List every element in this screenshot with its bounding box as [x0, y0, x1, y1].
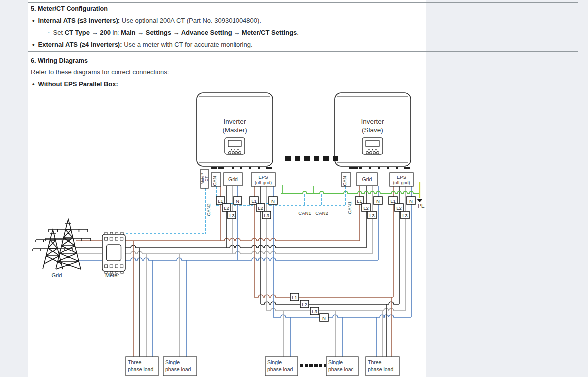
power-bus [267, 308, 405, 311]
bullet-external-ats-text: Use a meter with CT for accurate monitor… [122, 41, 253, 48]
wire-label-text: N [409, 198, 413, 204]
connector-mark [359, 167, 362, 169]
document-page: { "page": { "bg": "#edeff3", "card_bg": … [0, 0, 588, 377]
can-port-label: CAN2 [315, 210, 328, 216]
load-label: Three- [128, 359, 143, 365]
wire-label: L3 [228, 211, 236, 219]
meter-body [102, 234, 125, 271]
load-label: phase load [128, 366, 154, 372]
sub-bullet-ct-type-bold: CT Type → 200 [65, 29, 111, 36]
connector-mark [249, 167, 251, 169]
port-box: EPS(off-grid) [390, 173, 413, 186]
wire-label: L1 [216, 197, 225, 204]
inverter-screen [366, 140, 379, 147]
connector-mark [404, 167, 410, 169]
port-label: (off-grid) [255, 180, 272, 185]
connector-mark [218, 167, 221, 169]
wire-label: L3 [310, 307, 319, 315]
bullet-marker: • [32, 17, 35, 24]
inverter-role: (Master) [222, 126, 247, 134]
earth-ground-icon [417, 199, 423, 202]
port-label: Grid [362, 176, 372, 182]
wire-label: L1 [355, 197, 364, 204]
load-box: Three-phase load [366, 357, 399, 376]
bullet-marker: • [32, 41, 35, 48]
load-label: Three- [368, 359, 383, 365]
dot [314, 156, 319, 161]
port-label: EPS [397, 174, 406, 180]
bullet-internal-ats-bold: Internal ATS (≤3 inverters): [38, 17, 120, 24]
load-label: phase load [328, 366, 354, 372]
wire-label-text: L2 [224, 205, 229, 211]
wire-label-text: L1 [218, 198, 223, 204]
wire-label-text: N [271, 198, 275, 204]
grid-label: Grid [52, 272, 62, 278]
wire-label-text: L3 [229, 213, 235, 218]
load-label: phase load [267, 366, 293, 372]
wire-label-text: N [376, 198, 380, 204]
bullet-external-ats: •External ATS (≥4 inverters): Use a mete… [32, 41, 253, 48]
inverter-name: Inverter [361, 118, 384, 125]
wire-label: N [374, 197, 382, 204]
load-box: Three-phase load [126, 357, 158, 376]
power-bus [125, 251, 372, 254]
meter-box [102, 232, 125, 273]
display-button [229, 152, 231, 154]
connector-mark [211, 167, 214, 169]
meter-label: Meter [105, 272, 119, 278]
display-dot [231, 149, 232, 151]
sub-bullet-marker: ◦ [48, 29, 50, 36]
sub-bullet-end: . [297, 29, 299, 36]
wire-label: L3 [401, 211, 409, 219]
port-box: CAN [211, 173, 221, 186]
load-label: phase load [368, 366, 394, 372]
connector-mark [378, 167, 380, 169]
bullet-without-eps-bold: Without EPS Parallel Box: [38, 80, 118, 88]
dot [319, 364, 322, 367]
connector-mark [221, 167, 224, 169]
inverter-box: Inverter(Master) [197, 93, 273, 169]
dot [309, 364, 313, 367]
sub-bullet-mid: in: [111, 29, 121, 36]
load-box: Single-phase load [265, 357, 298, 376]
wire-label-text: L2 [396, 205, 402, 211]
dot [314, 364, 318, 367]
wire-label: L1 [250, 197, 258, 204]
pe-label: PE [418, 203, 425, 209]
section-6-intro: Refer to these diagrams for correct conn… [31, 69, 169, 76]
connector-mark [214, 167, 217, 169]
grid-towers-icon [33, 219, 91, 269]
display-dot [375, 149, 377, 151]
divider-top [28, 2, 578, 3]
section-5-heading: 5. Meter/CT Configuration [31, 5, 108, 12]
can-port-label: CAN1 [298, 210, 311, 216]
power-bus [273, 315, 411, 317]
port-label: Grid [228, 176, 238, 182]
wire-label-text: N [236, 198, 239, 204]
continuation-dots [285, 156, 338, 161]
wiring-diagram-svg: PECAN1CAN2CAN2CAN1GridMeterMeter/CTCANGr… [31, 88, 426, 377]
load-label: Single- [165, 359, 182, 365]
port-label: EPS [258, 174, 268, 180]
wiring-diagram-image: PECAN1CAN2CAN2CAN1GridMeterMeter/CTCANGr… [31, 88, 426, 377]
wire-label-text: L1 [292, 295, 297, 300]
port-box: Grid [357, 173, 377, 186]
wire-label: L2 [222, 204, 231, 211]
inverter-screen [228, 140, 241, 147]
wire-label: N [320, 314, 328, 321]
load-box: Single-phase load [326, 357, 358, 376]
wire-label-text: L3 [369, 213, 375, 218]
connector-mark [369, 167, 371, 169]
bullet-external-ats-bold: External ATS (≥4 inverters): [38, 41, 122, 48]
inverter-name: Inverter [224, 118, 246, 125]
power-bus [125, 258, 378, 260]
inverter-role: (Slave) [362, 126, 383, 134]
wire-label: L2 [300, 300, 309, 308]
power-bus [254, 295, 393, 297]
display-button [366, 152, 369, 154]
display-dot [372, 149, 373, 151]
wire-label-text: L3 [264, 213, 269, 218]
connector-mark [258, 167, 260, 169]
wire-label-text: L3 [402, 213, 408, 218]
sub-bullet-ct-type: ◦Set CT Type → 200 in: Main → Settings →… [48, 29, 299, 36]
